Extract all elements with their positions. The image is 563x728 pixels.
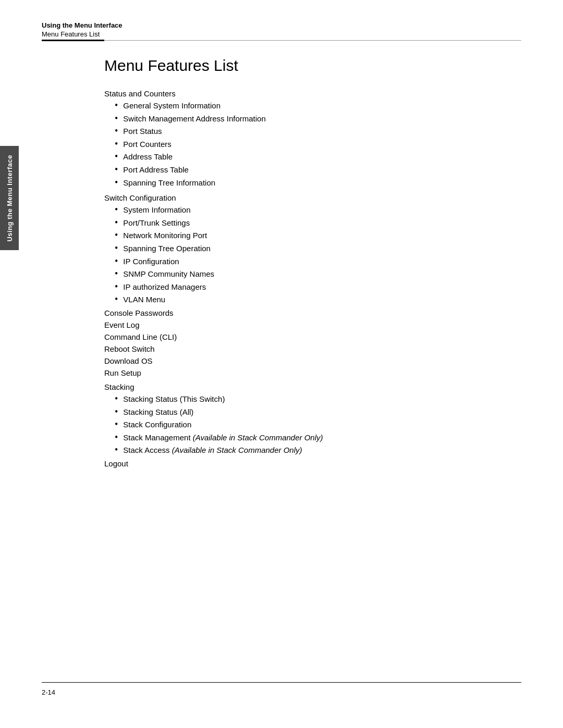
item-text: Address Table [123,151,173,162]
top-level-cli: Command Line (CLI) [104,332,459,341]
list-item: • Port Address Table [104,164,459,176]
bullet-icon: • [115,268,118,280]
item-text: Stack Configuration [123,419,191,430]
section-stacking-heading: Stacking [104,382,459,391]
bullet-icon: • [115,230,118,241]
list-item: • Port Status [104,126,459,137]
item-text: Stacking Status (This Switch) [123,393,225,404]
section-switch-config-heading: Switch Configuration [104,193,459,202]
top-level-download-os: Download OS [104,356,459,365]
bullet-icon: • [115,243,118,254]
item-text: Stack Management (Available in Stack Com… [123,432,323,443]
item-text: Stacking Status (All) [123,406,193,417]
sidebar-tab-label: Using the Menu Interface [6,155,14,242]
list-item: • Stacking Status (This Switch) [104,393,459,405]
sidebar-tab: Using the Menu Interface [0,146,19,250]
list-item: • SNMP Community Names [104,268,459,280]
bullet-icon: • [115,100,118,112]
list-item: • IP Configuration [104,256,459,267]
item-text: Switch Management Address Information [123,113,265,124]
list-item: • System Information [104,204,459,216]
bullet-icon: • [115,281,118,293]
item-text: General System Information [123,100,221,111]
list-item: • Switch Management Address Information [104,113,459,125]
divider-right [104,40,521,41]
list-item: • General System Information [104,100,459,112]
top-level-console-passwords: Console Passwords [104,309,459,317]
bullet-icon: • [115,294,118,305]
footer-area: 2-14 [42,682,521,697]
item-text: System Information [123,204,190,215]
list-item: • Port/Trunk Settings [104,217,459,229]
item-text: Port Counters [123,139,172,150]
content-area: Menu Features List Status and Counters •… [0,41,563,490]
bullet-icon: • [115,432,118,443]
item-text: VLAN Menu [123,294,165,305]
breadcrumb-bold: Using the Menu Interface [42,21,123,29]
breadcrumb: Using the Menu Interface Menu Features L… [42,21,521,39]
bullet-icon: • [115,139,118,150]
list-item: • Stack Access (Available in Stack Comma… [104,445,459,456]
italic-note: (Available in Stack Commander Only) [193,433,323,442]
switch-config-list: • System Information • Port/Trunk Settin… [104,204,459,305]
item-text: IP authorized Managers [123,281,206,292]
header-area: Using the Menu Interface Menu Features L… [0,0,563,39]
status-and-counters-list: • General System Information • Switch Ma… [104,100,459,188]
list-item: • IP authorized Managers [104,281,459,293]
list-item: • Network Monitoring Port [104,230,459,241]
footer-rule [42,682,521,683]
bullet-icon: • [115,419,118,430]
item-text: Port Address Table [123,164,189,175]
list-item: • Address Table [104,151,459,163]
item-text: Network Monitoring Port [123,230,207,241]
item-text: IP Configuration [123,256,179,267]
italic-note: (Available in Stack Commander Only) [172,446,302,454]
list-item: • VLAN Menu [104,294,459,305]
bullet-icon: • [115,177,118,189]
item-text: SNMP Community Names [123,268,214,279]
top-level-event-log: Event Log [104,320,459,329]
bullet-icon: • [115,204,118,216]
top-level-reboot-switch: Reboot Switch [104,344,459,353]
bullet-icon: • [115,113,118,125]
page-title: Menu Features List [104,57,459,75]
page-container: Using the Menu Interface Using the Menu … [0,0,563,728]
bullet-icon: • [115,151,118,163]
bullet-icon: • [115,126,118,137]
stacking-list: • Stacking Status (This Switch) • Stacki… [104,393,459,456]
bullet-icon: • [115,256,118,267]
divider-left [42,40,104,41]
bullet-icon: • [115,164,118,176]
top-level-logout: Logout [104,459,459,468]
list-item: • Stacking Status (All) [104,406,459,418]
bullet-icon: • [115,445,118,456]
bullet-icon: • [115,217,118,229]
list-item: • Stack Management (Available in Stack C… [104,432,459,443]
item-text: Stack Access (Available in Stack Command… [123,445,302,455]
breadcrumb-normal: Menu Features List [42,30,100,38]
list-item: • Stack Configuration [104,419,459,430]
section-status-and-counters-heading: Status and Counters [104,89,459,98]
footer-page-number: 2-14 [42,688,55,696]
bullet-icon: • [115,393,118,405]
item-text: Port Status [123,126,162,137]
list-item: • Spanning Tree Information [104,177,459,189]
item-text: Port/Trunk Settings [123,217,190,228]
bullet-icon: • [115,406,118,418]
item-text: Spanning Tree Operation [123,243,211,254]
list-item: • Port Counters [104,139,459,150]
item-text: Spanning Tree Information [123,177,215,188]
top-level-run-setup: Run Setup [104,368,459,377]
list-item: • Spanning Tree Operation [104,243,459,254]
